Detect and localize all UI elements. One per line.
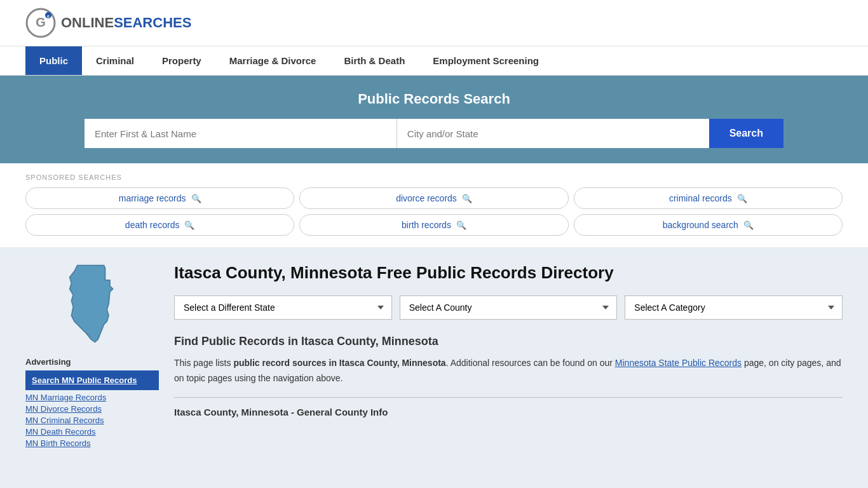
search-icon-1: 🔍 (191, 194, 201, 203)
sponsored-pill-marriage[interactable]: marriage records 🔍 (25, 187, 294, 209)
section-subtitle: Itasca County, Minnesota - General Count… (174, 407, 843, 417)
minnesota-map-svg (54, 262, 130, 345)
sponsored-pill-background[interactable]: background search 🔍 (574, 214, 843, 236)
main-layout: Advertising Search MN Public Records MN … (0, 247, 868, 465)
search-icon-3: 🔍 (737, 194, 747, 203)
section-divider (174, 397, 843, 398)
sidebar-link-criminal[interactable]: MN Criminal Records (25, 416, 159, 425)
sidebar-link-death[interactable]: MN Death Records (25, 427, 159, 437)
svg-text:e: e (47, 14, 50, 18)
logo-text: ONLINESEARCHES (61, 15, 191, 31)
sidebar: Advertising Search MN Public Records MN … (25, 262, 159, 450)
state-dropdown[interactable]: Select a Different State (174, 295, 392, 320)
logo: G e ONLINESEARCHES (25, 8, 191, 38)
desc-link[interactable]: Minnesota State Public Records (615, 358, 742, 368)
hero-section: Public Records Search Search (0, 76, 868, 163)
state-map (25, 262, 159, 347)
header: G e ONLINESEARCHES (0, 0, 868, 46)
main-nav: Public Criminal Property Marriage & Divo… (0, 46, 868, 76)
hero-title: Public Records Search (25, 91, 843, 107)
sponsored-pill-birth[interactable]: birth records 🔍 (299, 214, 568, 236)
location-input[interactable] (397, 119, 709, 148)
desc-bold: public record sources in Itasca County, … (233, 358, 445, 368)
sponsored-pill-criminal[interactable]: criminal records 🔍 (574, 187, 843, 209)
highlight-ad-link[interactable]: Search MN Public Records (25, 370, 159, 390)
logo-icon: G e (25, 8, 56, 38)
search-icon-4: 🔍 (184, 220, 194, 230)
nav-item-employment[interactable]: Employment Screening (419, 46, 553, 75)
advertising-label: Advertising (25, 357, 159, 367)
nav-item-marriage-divorce[interactable]: Marriage & Divorce (215, 46, 330, 75)
sidebar-links: MN Marriage Records MN Divorce Records M… (25, 393, 159, 448)
svg-text:G: G (36, 15, 46, 29)
content-area: Itasca County, Minnesota Free Public Rec… (174, 262, 843, 450)
description-text: This page lists public record sources in… (174, 356, 843, 386)
page-title: Itasca County, Minnesota Free Public Rec… (174, 262, 843, 284)
sidebar-link-marriage[interactable]: MN Marriage Records (25, 393, 159, 402)
nav-item-property[interactable]: Property (148, 46, 215, 75)
nav-item-criminal[interactable]: Criminal (82, 46, 148, 75)
dropdowns-row: Select a Different State Select A County… (174, 295, 843, 320)
sponsored-pill-death[interactable]: death records 🔍 (25, 214, 294, 236)
county-dropdown[interactable]: Select A County (400, 295, 618, 320)
sidebar-link-divorce[interactable]: MN Divorce Records (25, 404, 159, 414)
sidebar-link-birth[interactable]: MN Birth Records (25, 438, 159, 448)
search-icon-2: 🔍 (462, 194, 472, 203)
hero-form: Search (85, 119, 783, 148)
sponsored-label: SPONSORED SEARCHES (25, 173, 843, 181)
nav-item-public[interactable]: Public (25, 46, 82, 75)
sponsored-grid: marriage records 🔍 divorce records 🔍 cri… (25, 187, 843, 236)
category-dropdown[interactable]: Select A Category (625, 295, 843, 320)
nav-item-birth-death[interactable]: Birth & Death (330, 46, 419, 75)
search-icon-5: 🔍 (456, 220, 466, 230)
find-title: Find Public Records in Itasca County, Mi… (174, 335, 843, 348)
search-icon-6: 🔍 (743, 220, 754, 230)
desc-mid: . Additional resources can be found on o… (446, 358, 615, 368)
advertising-section: Advertising Search MN Public Records MN … (25, 357, 159, 448)
desc-intro: This page lists (174, 358, 233, 368)
name-input[interactable] (85, 119, 397, 148)
sponsored-section: SPONSORED SEARCHES marriage records 🔍 di… (0, 163, 868, 247)
sponsored-pill-divorce[interactable]: divorce records 🔍 (299, 187, 568, 209)
search-button[interactable]: Search (709, 119, 783, 148)
